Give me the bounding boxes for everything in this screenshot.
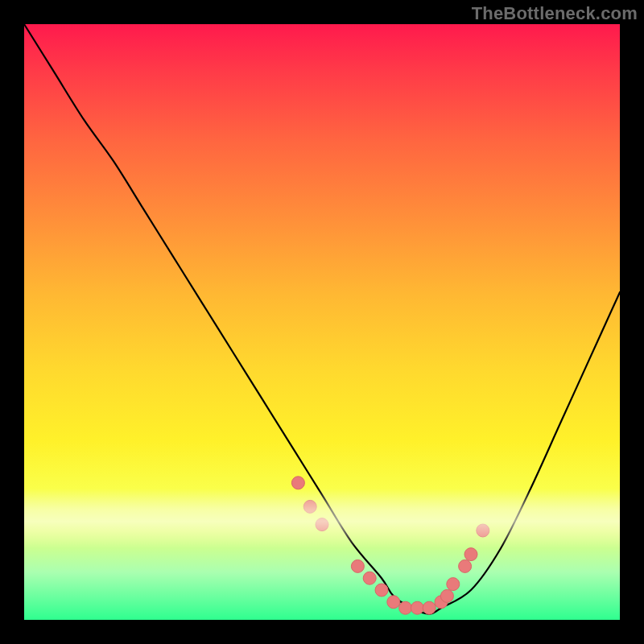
scatter-point <box>477 524 489 537</box>
scatter-point <box>387 596 400 609</box>
scatter-point <box>464 548 477 561</box>
scatter-point <box>399 601 412 614</box>
scatter-point <box>363 572 376 584</box>
scatter-point <box>351 559 364 572</box>
scatter-point <box>303 500 316 513</box>
watermark-text: TheBottleneck.com <box>472 3 638 24</box>
chart-frame: TheBottleneck.com <box>0 0 644 644</box>
plot-area <box>24 24 620 620</box>
scatter-point <box>411 601 423 614</box>
scatter-point <box>440 589 453 602</box>
curve-svg <box>24 24 620 620</box>
scatter-point <box>291 477 304 489</box>
scatter-point <box>423 601 436 614</box>
scatter-point <box>447 578 460 591</box>
scatter-point <box>459 559 472 572</box>
scatter-point <box>375 584 388 597</box>
scatter-point <box>316 518 328 531</box>
